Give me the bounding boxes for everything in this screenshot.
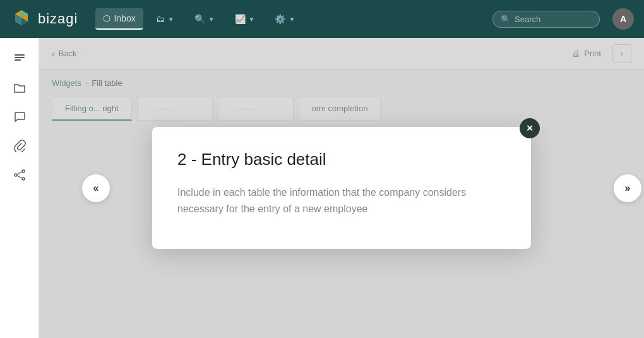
logo-area[interactable]: bizagi (10, 8, 78, 30)
search-input[interactable] (515, 15, 590, 24)
svg-rect-7 (15, 59, 21, 61)
sidebar-item-chat[interactable] (6, 104, 33, 130)
chat-icon (13, 111, 26, 123)
nav-search-caret: ▼ (208, 16, 215, 23)
left-sidebar (0, 38, 39, 338)
nav-config[interactable]: ⚙️ ▼ (267, 9, 302, 29)
sidebar-item-tasks[interactable] (6, 45, 33, 72)
charts-icon: 📈 (235, 14, 246, 24)
nav-charts[interactable]: 📈 ▼ (227, 9, 263, 29)
nav-work[interactable]: 🗂 ▼ (148, 9, 182, 29)
sidebar-item-clip[interactable] (6, 133, 33, 159)
nav-inbox-label: Inbox (114, 13, 135, 23)
nav-config-caret: ▼ (289, 16, 295, 23)
config-icon: ⚙️ (275, 14, 285, 24)
nav-inbox[interactable]: ⬡ Inbox (95, 8, 143, 30)
sidebar-item-workflow[interactable] (6, 162, 33, 188)
svg-point-10 (22, 178, 25, 180)
main-content: ‹ Back 🖨 Print › Widgets › Fill table Fi… (39, 38, 644, 338)
svg-line-12 (17, 176, 22, 178)
folder-icon (13, 81, 26, 94)
svg-rect-6 (15, 57, 25, 58)
search-box[interactable]: 🔍 (492, 11, 600, 28)
logo-text: bizagi (38, 11, 78, 27)
nav-charts-caret: ▼ (249, 16, 255, 23)
search-nav-icon: 🔍 (194, 14, 205, 24)
svg-rect-5 (15, 54, 25, 56)
clip-icon (13, 140, 26, 152)
modal-close-button[interactable]: ✕ (520, 118, 540, 138)
svg-point-8 (15, 174, 17, 176)
modal-dialog: ✕ 2 - Entry basic detail Include in each… (152, 127, 531, 248)
workflow-icon (13, 169, 26, 181)
tasks-icon (13, 52, 26, 65)
next-arrow-button[interactable]: » (614, 174, 641, 202)
svg-line-11 (17, 172, 22, 174)
prev-arrow-button[interactable]: « (82, 174, 110, 202)
modal-body: Include in each table the information th… (177, 184, 506, 217)
modal-overlay: ✕ 2 - Entry basic detail Include in each… (39, 38, 644, 338)
logo-icon (10, 8, 33, 30)
modal-title: 2 - Entry basic detail (177, 150, 506, 169)
sidebar-item-folder[interactable] (6, 75, 33, 101)
svg-point-9 (22, 170, 25, 172)
nav-work-caret: ▼ (168, 16, 174, 23)
nav-search[interactable]: 🔍 ▼ (187, 9, 222, 29)
work-icon: 🗂 (156, 14, 165, 24)
top-navigation: bizagi ⬡ Inbox 🗂 ▼ 🔍 ▼ 📈 ▼ ⚙️ ▼ 🔍 A (0, 0, 644, 38)
inbox-icon: ⬡ (103, 13, 110, 23)
avatar[interactable]: A (612, 8, 634, 30)
search-box-icon: 🔍 (501, 15, 511, 24)
